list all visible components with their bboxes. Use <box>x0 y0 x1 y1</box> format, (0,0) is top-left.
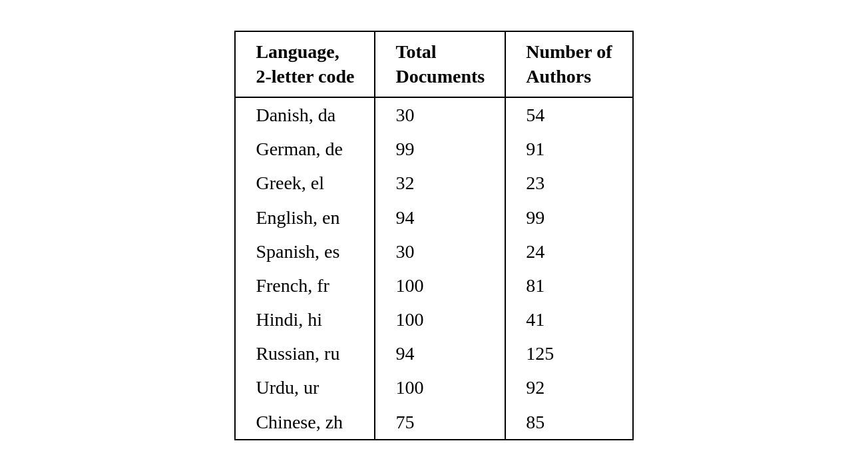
cell-documents: 94 <box>375 336 505 370</box>
table-row: Danish, da3054 <box>235 97 632 132</box>
cell-language: Russian, ru <box>235 336 375 370</box>
header-row: Language, 2-letter code Total Documents … <box>235 31 632 97</box>
cell-authors: 92 <box>505 370 632 404</box>
cell-language: Spanish, es <box>235 235 375 268</box>
table-row: German, de9991 <box>235 132 632 166</box>
cell-documents: 30 <box>375 235 505 268</box>
table-row: Russian, ru94125 <box>235 336 632 370</box>
cell-authors: 81 <box>505 268 632 302</box>
table-row: Chinese, zh7585 <box>235 405 632 440</box>
table-row: Urdu, ur10092 <box>235 370 632 404</box>
cell-documents: 100 <box>375 268 505 302</box>
cell-authors: 23 <box>505 166 632 200</box>
col-header-authors: Number of Authors <box>505 31 632 97</box>
cell-language: Urdu, ur <box>235 370 375 404</box>
cell-language: German, de <box>235 132 375 166</box>
cell-authors: 85 <box>505 405 632 440</box>
cell-documents: 75 <box>375 405 505 440</box>
cell-documents: 30 <box>375 97 505 132</box>
col-header-documents: Total Documents <box>375 31 505 97</box>
cell-authors: 99 <box>505 201 632 235</box>
cell-documents: 100 <box>375 370 505 404</box>
cell-authors: 91 <box>505 132 632 166</box>
cell-language: English, en <box>235 201 375 235</box>
cell-language: Hindi, hi <box>235 302 375 336</box>
cell-language: Danish, da <box>235 97 375 132</box>
table-container: Language, 2-letter code Total Documents … <box>0 0 868 471</box>
cell-documents: 94 <box>375 201 505 235</box>
table-body: Danish, da3054German, de9991Greek, el322… <box>235 97 632 440</box>
cell-language: Greek, el <box>235 166 375 200</box>
table-row: English, en9499 <box>235 201 632 235</box>
cell-language: Chinese, zh <box>235 405 375 440</box>
cell-authors: 24 <box>505 235 632 268</box>
table-row: French, fr10081 <box>235 268 632 302</box>
col-header-language: Language, 2-letter code <box>235 31 375 97</box>
cell-authors: 54 <box>505 97 632 132</box>
data-table: Language, 2-letter code Total Documents … <box>234 31 633 440</box>
cell-documents: 100 <box>375 302 505 336</box>
table-row: Hindi, hi10041 <box>235 302 632 336</box>
table-row: Greek, el3223 <box>235 166 632 200</box>
cell-documents: 99 <box>375 132 505 166</box>
cell-authors: 125 <box>505 336 632 370</box>
cell-language: French, fr <box>235 268 375 302</box>
cell-authors: 41 <box>505 302 632 336</box>
cell-documents: 32 <box>375 166 505 200</box>
table-row: Spanish, es3024 <box>235 235 632 268</box>
